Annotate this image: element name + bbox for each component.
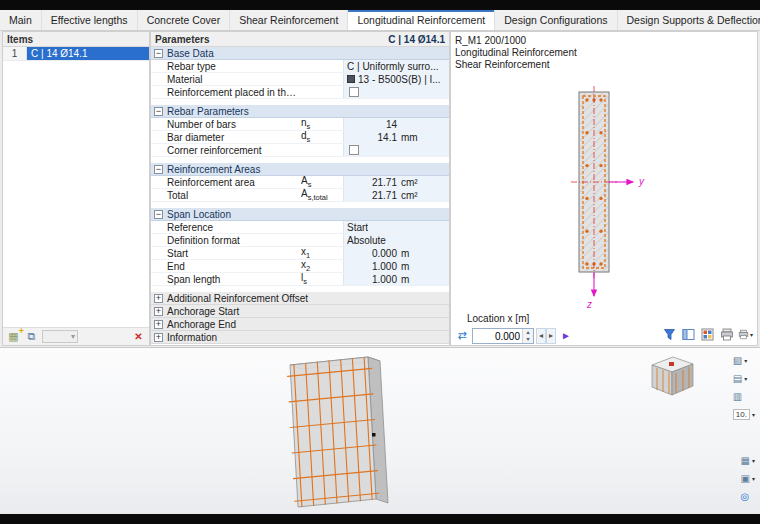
print-options-button[interactable]: ▾ [738,327,753,342]
plus-icon: + [19,326,24,336]
section-base-data[interactable]: −Base Data [151,47,449,60]
param-checkbox-cell [343,144,449,156]
tab-bar: MainEffective lengthsConcrete CoverShear… [0,10,760,31]
param-value-cell[interactable]: 21.71cm² [343,189,449,201]
tab-effective-lengths[interactable]: Effective lengths [42,10,138,30]
display-properties-button[interactable] [700,327,715,342]
cross-section-drawing[interactable]: y z [543,84,663,324]
item-row[interactable]: 1C | 14 Ø14.1 [3,47,149,61]
sync-location-button[interactable]: ⇄ [454,329,470,342]
step-back-button[interactable]: ◂ [536,328,546,344]
param-unit: m [401,248,409,259]
section-anchorage-end[interactable]: +Anchorage End [151,318,449,331]
param-symbol: ns [299,117,343,131]
scale-icon: 10. [733,409,750,420]
printer-icon [720,328,734,341]
section-label: Reinforcement Areas [167,164,260,175]
param-value-cell[interactable]: Absolute [343,234,449,246]
new-item-button[interactable]: ▦ + [6,330,21,344]
parameters-selection: C | 14 Ø14.1 [388,34,445,45]
param-value-cell[interactable]: C | Uniformly surro... [343,60,449,72]
param-value: C | Uniformly surro... [347,61,439,72]
spin-up-icon[interactable]: ▴ [523,329,533,336]
param-label: Corner reinforcement [151,145,299,156]
param-value-cell[interactable]: 14 [343,118,449,130]
tab-concrete-cover[interactable]: Concrete Cover [138,10,231,30]
view-direction-button[interactable]: ▧▾ [731,353,757,368]
param-value-cell[interactable]: Start [343,221,449,233]
section-label: Rebar Parameters [167,106,249,117]
expand-icon[interactable]: + [154,294,163,303]
location-spin-buttons: ▴ ▾ [522,329,533,343]
expand-icon[interactable]: + [154,320,163,329]
step-forward-button[interactable]: ▸ [546,328,556,344]
param-value: 14.1 [347,132,397,143]
info-line: Shear Reinforcement [455,59,577,71]
tab-longitudinal-reinforcement[interactable]: Longitudinal Reinforcement [348,10,495,30]
param-unit: cm² [401,177,418,188]
param-symbol: ds [299,130,343,144]
param-label: Reinforcement area [151,177,299,188]
collapse-icon[interactable]: − [154,49,163,58]
param-value-cell[interactable]: 0.000m [343,247,449,259]
section-view-button[interactable]: ▥ [731,389,757,404]
tab-design-configurations[interactable]: Design Configurations [495,10,617,30]
tab-shear-reinforcement[interactable]: Shear Reinforcement [230,10,348,30]
param-value-cell[interactable]: 1.000m [343,273,449,285]
section-additional-reinforcement-offset[interactable]: +Additional Reinforcement Offset [151,292,449,305]
param-value-cell[interactable]: 14.1mm [343,131,449,143]
param-symbol: x2 [299,259,343,273]
section-information[interactable]: +Information [151,331,449,344]
chevron-down-icon: ▾ [752,457,755,464]
param-label: End [151,261,299,272]
print-button[interactable] [719,327,734,342]
print-graphic-button[interactable]: ▣▾ [739,471,757,486]
section-label: Information [167,332,217,343]
param-label: Definition format [151,235,299,246]
y-axis-label: y [638,176,645,187]
expand-icon[interactable]: + [154,333,163,342]
copy-item-button[interactable]: ⧉ [24,330,39,344]
reset-view-button[interactable]: ◎ [739,489,757,504]
printer-icon [738,328,749,341]
expand-icon[interactable]: + [154,307,163,316]
param-value-cell[interactable]: 1.000m [343,260,449,272]
graphics-viewport[interactable]: ▧▾▤▾▥10.▾ ▦▾▣▾◎ [0,347,760,514]
location-input[interactable]: 0.000 ▴ ▾ [472,328,534,344]
pick-location-button[interactable]: ► [561,330,571,341]
view-cube-icon: ▧ [733,355,742,366]
location-label: Location x [m] [467,313,529,324]
section-span-location[interactable]: −Span Location [151,208,449,221]
param-unit: m [401,261,409,272]
collapse-icon[interactable]: − [154,107,163,116]
cube-face-marker [669,362,674,366]
checkbox-unchecked[interactable] [349,145,359,155]
reinforcement-3d-view[interactable] [268,351,408,515]
item-number-combo[interactable]: ▾ [42,330,78,343]
item-label: C | 14 Ø14.1 [27,47,149,60]
detail-panel: R_M1 200/1000Longitudinal ReinforcementS… [450,31,758,346]
filter-button[interactable] [662,327,677,342]
display-mode-button[interactable]: ▤▾ [731,371,757,386]
spin-down-icon[interactable]: ▾ [523,336,533,343]
section-anchorage-start[interactable]: +Anchorage Start [151,305,449,318]
color-grid-icon [701,328,714,341]
view-manager-button[interactable] [681,327,696,342]
checkbox-unchecked[interactable] [349,87,359,97]
location-controls: ⇄ 0.000 ▴ ▾ ◂ ▸ ► [454,327,571,344]
collapse-icon[interactable]: − [154,165,163,174]
visibility-options-button[interactable]: ▦▾ [739,453,757,468]
z-axis-label: z [586,299,592,310]
info-line: R_M1 200/1000 [455,35,577,47]
block-preview-cube[interactable] [646,352,698,398]
parameters-panel: Parameters C | 14 Ø14.1 −Base DataRebar … [150,31,450,346]
param-value-cell[interactable]: 21.71cm² [343,176,449,188]
selection-handle[interactable] [372,433,376,437]
delete-item-button[interactable]: ✕ [131,330,146,344]
collapse-icon[interactable]: − [154,210,163,219]
tab-design-supports-deflection[interactable]: Design Supports & Deflection [618,10,760,30]
scale-factor-button[interactable]: 10.▾ [731,407,757,422]
param-value-cell[interactable]: 13 - B500S(B) | I... [343,73,449,85]
tab-main[interactable]: Main [0,10,42,30]
panel-icon [682,328,695,341]
